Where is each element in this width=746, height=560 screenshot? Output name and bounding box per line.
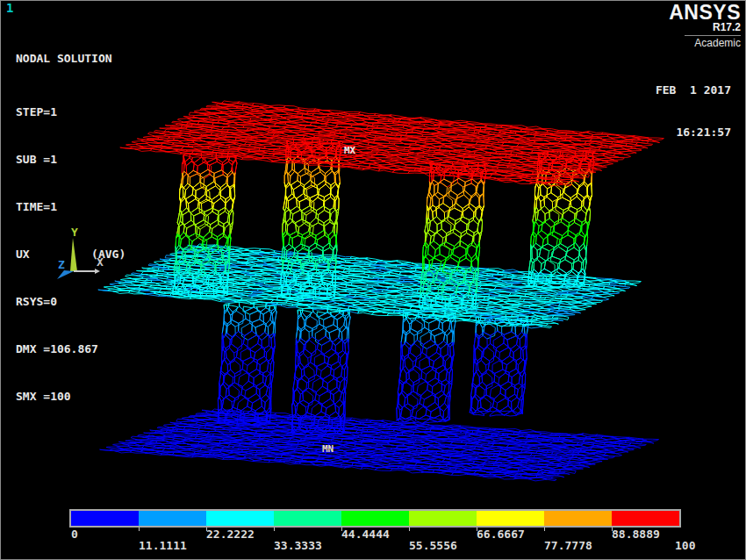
solution-info-line: SUB =1 (16, 152, 126, 168)
legend-color-segment (477, 511, 544, 526)
wireframe-layer (100, 409, 659, 481)
x-axis-label: X (97, 255, 104, 269)
ansys-logo: ANSYS (669, 4, 741, 22)
y-axis-arrow (70, 238, 77, 271)
ansys-edition: Academic (669, 38, 741, 49)
legend-value-label: 11.1111 (139, 539, 187, 552)
solution-info-line: RSYS=0 (16, 294, 126, 310)
legend-color-segment (341, 511, 409, 526)
contour-legend-strip (69, 509, 681, 528)
legend-color-segment (612, 511, 679, 526)
legend-color-segment (139, 511, 206, 526)
legend-value-label: 55.5556 (409, 539, 457, 552)
legend-tick (139, 528, 140, 531)
legend-color-segment (274, 511, 341, 526)
legend-value-label: 33.3333 (274, 539, 322, 552)
x-axis-arrow (95, 269, 100, 274)
legend-value-label: 77.7778 (544, 539, 592, 552)
wireframe-layer (179, 180, 592, 225)
legend-value-label: 66.6667 (477, 528, 525, 541)
legend-tick (544, 528, 545, 531)
graphics-window: 1 NODAL SOLUTION STEP=1 SUB =1 TIME=1 UX… (0, 0, 746, 560)
datetime-block: FEB 1 2017 16:21:57 (656, 55, 731, 168)
coordinate-triad (45, 216, 124, 286)
solution-info-line: DMX =106.867 (16, 341, 126, 357)
legend-value-label: 100 (675, 539, 695, 552)
legend-color-segment (409, 511, 477, 526)
y-axis-label: Y (71, 226, 78, 239)
legend-color-segment (206, 511, 274, 526)
date-label: FEB 1 2017 (656, 83, 731, 97)
z-axis-label: Z (58, 258, 65, 271)
legend-value-label: 22.2222 (206, 528, 255, 541)
legend-value-label: 88.8889 (612, 528, 660, 541)
solution-info-line: TIME=1 (16, 199, 126, 215)
solution-info-line: NODAL SOLUTION (16, 51, 126, 67)
logo-divider (685, 35, 741, 36)
time-label: 16:21:57 (656, 126, 731, 140)
ansys-logo-block: ANSYS R17.2 Academic (669, 4, 741, 49)
legend-color-segment (71, 511, 139, 526)
legend-value-label: 44.4444 (341, 528, 390, 541)
legend-color-segment (544, 511, 612, 526)
plot-number: 1 (6, 1, 13, 15)
solution-info-line: STEP=1 (16, 104, 126, 120)
wireframe-layer (176, 205, 591, 250)
z-axis-arrow (57, 270, 74, 279)
legend-tick (409, 528, 410, 531)
max-node-label: MX (344, 145, 355, 156)
legend-tick (274, 528, 275, 531)
legend-value-label: 0 (71, 528, 78, 541)
min-node-label: MN (322, 443, 334, 455)
solution-info-line: SMX =100 (16, 389, 126, 405)
